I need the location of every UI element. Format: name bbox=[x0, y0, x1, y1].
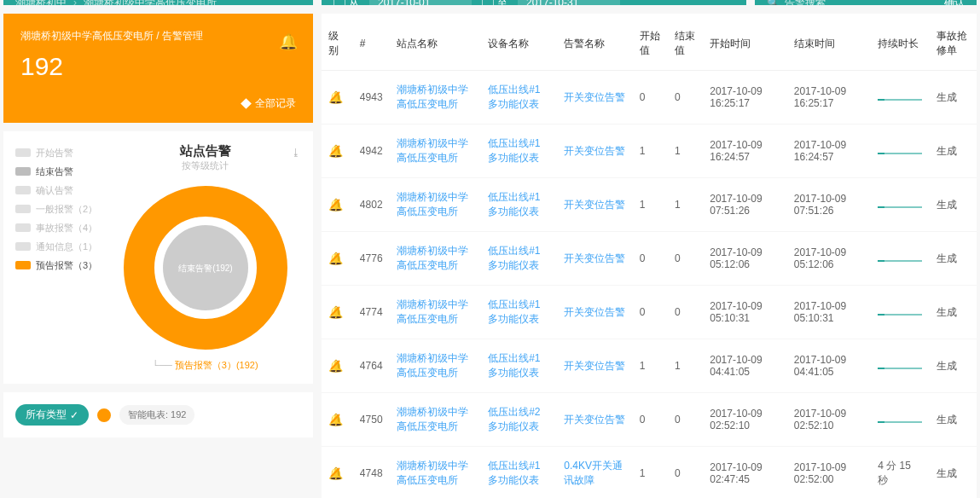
breadcrumb-a[interactable]: 潮塘桥初中 bbox=[15, 0, 67, 5]
alarm-link[interactable]: 开关变位告警 bbox=[557, 339, 633, 393]
device-link[interactable]: 低压出线#1多功能仪表 bbox=[481, 447, 557, 499]
bell-off-icon: 🔔 bbox=[328, 466, 343, 480]
legend-item[interactable]: 一般报警（2） bbox=[15, 200, 101, 218]
search-bar: 🔍 告警搜索 确认 bbox=[755, 0, 977, 5]
legend-item[interactable]: 开始告警 bbox=[15, 143, 101, 162]
start-time: 2017-10-09 02:52:10 bbox=[703, 393, 787, 447]
search-placeholder[interactable]: 告警搜索 bbox=[785, 0, 826, 5]
legend-label: 预告报警（3） bbox=[36, 256, 97, 275]
end-value: 0 bbox=[668, 71, 703, 124]
start-time: 2017-10-09 02:47:45 bbox=[703, 447, 787, 499]
end-time: 2017-10-09 16:25:17 bbox=[787, 71, 872, 124]
table-header: 持续时长 bbox=[871, 17, 930, 71]
legend-label: 事故报警（4） bbox=[36, 218, 97, 237]
calendar-icon bbox=[333, 0, 345, 5]
table-row: 🔔4943潮塘桥初级中学高低压变电所低压出线#1多功能仪表开关变位告警00201… bbox=[322, 71, 977, 124]
alarm-link[interactable]: 开关变位告警 bbox=[557, 232, 633, 286]
generate-button[interactable]: 生成 bbox=[930, 232, 977, 286]
table-header: 结束时间 bbox=[787, 17, 872, 71]
alarm-link[interactable]: 开关变位告警 bbox=[557, 178, 633, 232]
duration bbox=[871, 286, 930, 339]
legend-label: 结束告警 bbox=[36, 162, 73, 181]
bell-off-icon: 🔔 bbox=[328, 413, 343, 426]
filter-toggle[interactable] bbox=[97, 408, 111, 422]
level-cell: 🔔 bbox=[322, 71, 353, 124]
to-label: 至 bbox=[497, 0, 507, 5]
all-records-label: 全部记录 bbox=[255, 96, 296, 111]
calendar-icon bbox=[482, 0, 494, 5]
generate-button[interactable]: 生成 bbox=[930, 339, 977, 393]
legend-swatch bbox=[15, 186, 31, 194]
legend-label: 通知信息（1） bbox=[36, 237, 97, 256]
site-link[interactable]: 潮塘桥初级中学高低压变电所 bbox=[390, 286, 482, 339]
legend-swatch bbox=[15, 242, 31, 251]
donut-center-label: 结束告警(192) bbox=[178, 263, 232, 273]
from-label: 从 bbox=[349, 0, 359, 5]
table-row: 🔔4774潮塘桥初级中学高低压变电所低压出线#1多功能仪表开关变位告警00201… bbox=[322, 286, 977, 339]
table-header: 事故抢修单 bbox=[930, 17, 977, 71]
legend-item[interactable]: 结束告警 bbox=[15, 162, 101, 181]
site-link[interactable]: 潮塘桥初级中学高低压变电所 bbox=[390, 447, 482, 499]
duration bbox=[871, 393, 930, 447]
generate-button[interactable]: 生成 bbox=[930, 447, 977, 499]
site-link[interactable]: 潮塘桥初级中学高低压变电所 bbox=[390, 71, 482, 124]
alarm-table-card: 级别#站点名称设备名称告警名称开始值结束值开始时间结束时间持续时长事故抢修单 🔔… bbox=[322, 14, 977, 498]
device-link[interactable]: 低压出线#1多功能仪表 bbox=[481, 232, 557, 286]
table-header: 开始值 bbox=[633, 17, 668, 71]
search-icon: 🔍 bbox=[767, 0, 780, 5]
generate-button[interactable]: 生成 bbox=[930, 178, 977, 232]
device-link[interactable]: 低压出线#1多功能仪表 bbox=[481, 124, 557, 178]
device-link[interactable]: 低压出线#1多功能仪表 bbox=[481, 71, 557, 124]
device-link[interactable]: 低压出线#2多功能仪表 bbox=[481, 393, 557, 447]
table-header: 结束值 bbox=[668, 17, 703, 71]
chevron-right-icon: › bbox=[73, 0, 77, 5]
device-link[interactable]: 低压出线#1多功能仪表 bbox=[481, 178, 557, 232]
end-time: 2017-10-09 05:10:31 bbox=[787, 286, 872, 339]
alarm-link[interactable]: 开关变位告警 bbox=[557, 124, 633, 178]
start-value: 0 bbox=[633, 71, 668, 124]
legend-item[interactable]: 预告报警（3） bbox=[15, 256, 101, 275]
id-cell: 4750 bbox=[353, 393, 390, 447]
duration bbox=[871, 71, 930, 124]
all-types-pill[interactable]: 所有类型 ✓ bbox=[15, 404, 89, 426]
site-link[interactable]: 潮塘桥初级中学高低压变电所 bbox=[390, 393, 482, 447]
device-link[interactable]: 低压出线#1多功能仪表 bbox=[481, 339, 557, 393]
legend-item[interactable]: 通知信息（1） bbox=[15, 237, 101, 256]
generate-button[interactable]: 生成 bbox=[930, 286, 977, 339]
download-icon[interactable]: ⭳ bbox=[291, 147, 301, 159]
site-link[interactable]: 潮塘桥初级中学高低压变电所 bbox=[390, 339, 482, 393]
filter-chip[interactable]: 智能电表: 192 bbox=[119, 405, 194, 425]
all-records-link[interactable]: 全部记录 bbox=[20, 96, 296, 111]
bell-off-icon: 🔔 bbox=[328, 144, 343, 158]
date-to-input[interactable] bbox=[518, 0, 620, 5]
alarm-link[interactable]: 开关变位告警 bbox=[557, 286, 633, 339]
generate-button[interactable]: 生成 bbox=[930, 124, 977, 178]
table-row: 🔔4802潮塘桥初级中学高低压变电所低压出线#1多功能仪表开关变位告警11201… bbox=[322, 178, 977, 232]
breadcrumb-b[interactable]: 潮塘桥初级中学高低压变电所 bbox=[84, 0, 217, 5]
alarm-link[interactable]: 开关变位告警 bbox=[557, 393, 633, 447]
start-value: 0 bbox=[633, 232, 668, 286]
device-link[interactable]: 低压出线#1多功能仪表 bbox=[481, 286, 557, 339]
legend-item[interactable]: 确认告警 bbox=[15, 181, 101, 200]
bell-off-icon: 🔔 bbox=[328, 359, 343, 373]
end-value: 0 bbox=[668, 286, 703, 339]
legend-item[interactable]: 事故报警（4） bbox=[15, 218, 101, 237]
legend-label: 开始告警 bbox=[36, 143, 73, 162]
sparkline-icon bbox=[878, 421, 922, 423]
confirm-button[interactable]: 确认 bbox=[944, 0, 965, 5]
generate-button[interactable]: 生成 bbox=[930, 71, 977, 124]
alarm-link[interactable]: 开关变位告警 bbox=[557, 71, 633, 124]
sparkline-icon bbox=[878, 206, 922, 208]
end-time: 2017-10-09 04:41:05 bbox=[787, 339, 872, 393]
date-from-input[interactable] bbox=[369, 0, 472, 5]
generate-button[interactable]: 生成 bbox=[930, 393, 977, 447]
site-link[interactable]: 潮塘桥初级中学高低压变电所 bbox=[390, 232, 482, 286]
duration bbox=[871, 124, 930, 178]
end-value: 0 bbox=[668, 447, 703, 499]
bell-off-icon: 🔔 bbox=[328, 198, 343, 211]
alarm-link[interactable]: 0.4KV开关通讯故障 bbox=[557, 447, 633, 499]
end-time: 2017-10-09 07:51:26 bbox=[787, 178, 872, 232]
site-link[interactable]: 潮塘桥初级中学高低压变电所 bbox=[390, 124, 482, 178]
site-link[interactable]: 潮塘桥初级中学高低压变电所 bbox=[390, 178, 482, 232]
table-row: 🔔4942潮塘桥初级中学高低压变电所低压出线#1多功能仪表开关变位告警11201… bbox=[322, 124, 977, 178]
